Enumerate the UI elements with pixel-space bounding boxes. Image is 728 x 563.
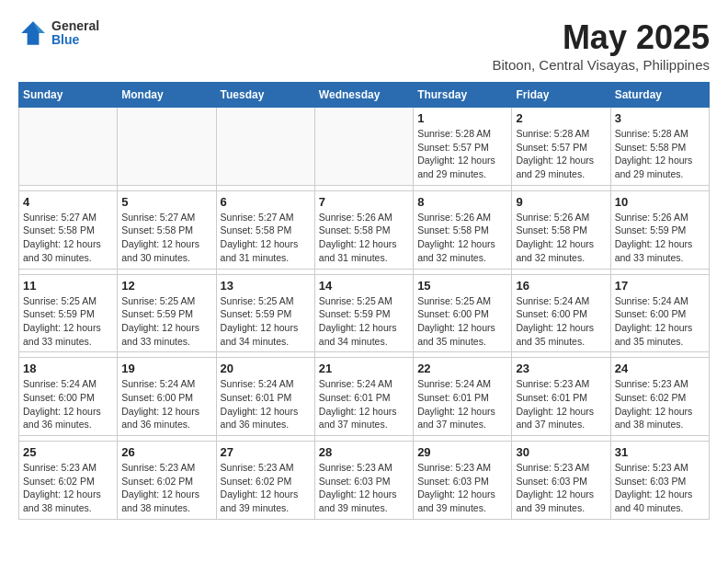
day-info: Sunrise: 5:23 AM Sunset: 6:03 PM Dayligh… [516,461,606,515]
calendar-week-3: 11Sunrise: 5:25 AM Sunset: 5:59 PM Dayli… [19,274,710,352]
day-info: Sunrise: 5:26 AM Sunset: 5:58 PM Dayligh… [417,211,507,265]
day-number: 8 [417,195,507,209]
day-number: 4 [23,195,113,209]
calendar-cell [314,108,413,186]
day-number: 31 [615,445,705,459]
calendar-cell [216,108,314,186]
day-number: 20 [221,362,311,375]
day-info: Sunrise: 5:28 AM Sunset: 5:58 PM Dayligh… [615,127,705,181]
calendar-cell: 12Sunrise: 5:25 AM Sunset: 5:59 PM Dayli… [118,274,216,352]
day-number: 18 [23,362,113,375]
day-number: 29 [417,445,507,459]
day-info: Sunrise: 5:25 AM Sunset: 5:59 PM Dayligh… [221,294,311,349]
calendar-cell: 8Sunrise: 5:26 AM Sunset: 5:58 PM Daylig… [414,190,512,269]
day-info: Sunrise: 5:23 AM Sunset: 6:02 PM Dayligh… [615,377,705,431]
title-area: May 2025 Bitoon, Central Visayas, Philip… [492,18,710,73]
logo: General Blue [18,18,99,48]
day-number: 30 [516,445,606,459]
day-info: Sunrise: 5:26 AM Sunset: 5:58 PM Dayligh… [516,211,606,265]
calendar-cell: 6Sunrise: 5:27 AM Sunset: 5:58 PM Daylig… [216,190,314,269]
calendar-cell: 28Sunrise: 5:23 AM Sunset: 6:03 PM Dayli… [314,442,413,520]
day-info: Sunrise: 5:24 AM Sunset: 6:00 PM Dayligh… [615,294,705,349]
calendar-cell: 23Sunrise: 5:23 AM Sunset: 6:01 PM Dayli… [512,358,610,436]
day-info: Sunrise: 5:28 AM Sunset: 5:57 PM Dayligh… [417,127,507,181]
calendar-cell: 31Sunrise: 5:23 AM Sunset: 6:03 PM Dayli… [610,442,709,520]
calendar-cell: 11Sunrise: 5:25 AM Sunset: 5:59 PM Dayli… [19,274,118,352]
weekday-header-monday: Monday [118,83,216,108]
calendar-week-2: 4Sunrise: 5:27 AM Sunset: 5:58 PM Daylig… [19,190,710,269]
day-number: 11 [23,279,113,293]
weekday-header-tuesday: Tuesday [216,83,314,108]
day-info: Sunrise: 5:24 AM Sunset: 6:00 PM Dayligh… [516,294,606,349]
day-number: 23 [516,362,606,375]
calendar-cell [19,108,118,186]
day-info: Sunrise: 5:27 AM Sunset: 5:58 PM Dayligh… [121,211,211,265]
day-number: 1 [417,111,507,125]
day-number: 12 [121,279,211,293]
day-number: 2 [516,111,606,125]
day-number: 19 [121,362,211,375]
day-number: 22 [417,362,507,375]
calendar-cell: 30Sunrise: 5:23 AM Sunset: 6:03 PM Dayli… [512,442,610,520]
day-number: 27 [221,445,311,459]
calendar-cell: 21Sunrise: 5:24 AM Sunset: 6:01 PM Dayli… [314,358,413,436]
day-info: Sunrise: 5:24 AM Sunset: 6:00 PM Dayligh… [23,377,113,431]
day-number: 16 [516,279,606,293]
weekday-header-saturday: Saturday [610,83,709,108]
calendar-cell: 26Sunrise: 5:23 AM Sunset: 6:02 PM Dayli… [118,442,216,520]
weekday-header-friday: Friday [512,83,610,108]
logo-blue-text: Blue [51,33,99,47]
day-info: Sunrise: 5:24 AM Sunset: 6:00 PM Dayligh… [121,377,211,431]
weekday-header-sunday: Sunday [19,83,118,108]
day-info: Sunrise: 5:23 AM Sunset: 6:03 PM Dayligh… [417,461,507,515]
day-info: Sunrise: 5:23 AM Sunset: 6:03 PM Dayligh… [615,461,705,515]
calendar-cell: 13Sunrise: 5:25 AM Sunset: 5:59 PM Dayli… [216,274,314,352]
day-info: Sunrise: 5:25 AM Sunset: 5:59 PM Dayligh… [23,294,113,349]
calendar-cell: 4Sunrise: 5:27 AM Sunset: 5:58 PM Daylig… [19,190,118,269]
calendar-cell: 14Sunrise: 5:25 AM Sunset: 5:59 PM Dayli… [314,274,413,352]
calendar-cell: 2Sunrise: 5:28 AM Sunset: 5:57 PM Daylig… [512,108,610,186]
day-number: 25 [23,445,113,459]
calendar-cell: 3Sunrise: 5:28 AM Sunset: 5:58 PM Daylig… [610,108,709,186]
subtitle: Bitoon, Central Visayas, Philippines [492,57,710,73]
day-number: 15 [417,279,507,293]
calendar-cell: 19Sunrise: 5:24 AM Sunset: 6:00 PM Dayli… [118,358,216,436]
day-info: Sunrise: 5:23 AM Sunset: 6:02 PM Dayligh… [23,461,113,515]
calendar-week-5: 25Sunrise: 5:23 AM Sunset: 6:02 PM Dayli… [19,442,710,520]
day-info: Sunrise: 5:25 AM Sunset: 5:59 PM Dayligh… [121,294,211,349]
logo-general-text: General [51,19,99,33]
day-info: Sunrise: 5:26 AM Sunset: 5:58 PM Dayligh… [319,211,409,265]
page-header: General Blue May 2025 Bitoon, Central Vi… [18,18,710,73]
calendar-week-4: 18Sunrise: 5:24 AM Sunset: 6:00 PM Dayli… [19,358,710,436]
calendar-cell: 5Sunrise: 5:27 AM Sunset: 5:58 PM Daylig… [118,190,216,269]
day-number: 7 [319,195,409,209]
weekday-header-wednesday: Wednesday [314,83,413,108]
calendar-cell: 20Sunrise: 5:24 AM Sunset: 6:01 PM Dayli… [216,358,314,436]
day-number: 14 [319,279,409,293]
day-info: Sunrise: 5:23 AM Sunset: 6:03 PM Dayligh… [319,461,409,515]
weekday-header-thursday: Thursday [414,83,512,108]
calendar-cell: 1Sunrise: 5:28 AM Sunset: 5:57 PM Daylig… [414,108,512,186]
day-info: Sunrise: 5:23 AM Sunset: 6:02 PM Dayligh… [121,461,211,515]
calendar-cell: 27Sunrise: 5:23 AM Sunset: 6:02 PM Dayli… [216,442,314,520]
calendar-table: SundayMondayTuesdayWednesdayThursdayFrid… [18,82,710,520]
calendar-cell: 29Sunrise: 5:23 AM Sunset: 6:03 PM Dayli… [414,442,512,520]
day-info: Sunrise: 5:24 AM Sunset: 6:01 PM Dayligh… [417,377,507,431]
day-info: Sunrise: 5:23 AM Sunset: 6:02 PM Dayligh… [221,461,311,515]
day-info: Sunrise: 5:27 AM Sunset: 5:58 PM Dayligh… [23,211,113,265]
calendar-cell: 24Sunrise: 5:23 AM Sunset: 6:02 PM Dayli… [610,358,709,436]
calendar-cell [118,108,216,186]
logo-icon [18,18,48,48]
calendar-cell: 15Sunrise: 5:25 AM Sunset: 6:00 PM Dayli… [414,274,512,352]
day-info: Sunrise: 5:26 AM Sunset: 5:59 PM Dayligh… [615,211,705,265]
main-title: May 2025 [492,18,710,57]
day-number: 5 [121,195,211,209]
calendar-cell: 9Sunrise: 5:26 AM Sunset: 5:58 PM Daylig… [512,190,610,269]
logo-text: General Blue [51,19,99,48]
day-info: Sunrise: 5:25 AM Sunset: 5:59 PM Dayligh… [319,294,409,349]
day-info: Sunrise: 5:24 AM Sunset: 6:01 PM Dayligh… [221,377,311,431]
day-number: 28 [319,445,409,459]
day-number: 13 [221,279,311,293]
day-number: 10 [615,195,705,209]
day-number: 3 [615,111,705,125]
